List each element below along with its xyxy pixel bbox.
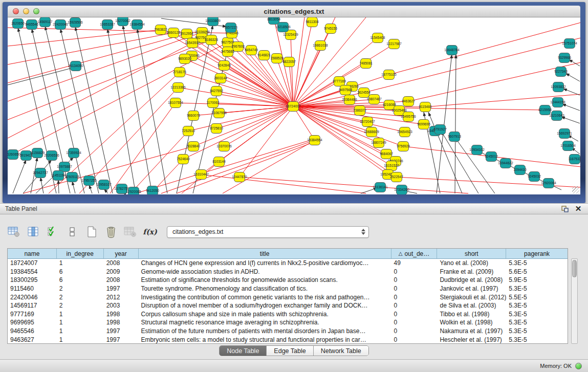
graph-node[interactable]: 12920065 [126, 187, 141, 195]
graph-node[interactable]: 7386372 [353, 106, 366, 116]
column-header-short[interactable]: short [437, 249, 506, 258]
table-cell[interactable]: Genome-wide association studies in ADHD. [139, 268, 391, 275]
table-cell[interactable]: 2008 [104, 276, 139, 283]
graph-node[interactable]: 20206536 [44, 151, 59, 161]
graph-node[interactable]: 16033809 [205, 17, 221, 26]
graph-node[interactable]: 16543912 [185, 38, 200, 48]
graph-node[interactable]: 2803144 [214, 74, 227, 83]
graph-node[interactable]: 15692971 [557, 129, 572, 139]
graph-node[interactable]: 10370076 [216, 142, 232, 151]
table-cell[interactable]: 0 [391, 327, 438, 335]
graph-node[interactable]: 9329966 [558, 53, 571, 63]
table-cell[interactable]: Changes of HCN gene expression and I(f) … [139, 259, 391, 267]
graph-node[interactable]: 6791927 [433, 125, 447, 135]
table-cell[interactable]: de Silva et al. (2003) [437, 302, 506, 309]
tab-node-table[interactable]: Node Table [220, 346, 267, 356]
graph-node[interactable]: 10807487 [366, 95, 382, 104]
graph-node[interactable]: 1588520 [270, 54, 284, 63]
graph-node[interactable]: 15495756 [401, 112, 416, 122]
table-cell[interactable]: Dudbridge et al. (2008) [437, 276, 506, 283]
table-cell[interactable]: 5.3E-5 [506, 285, 568, 292]
table-cell[interactable]: 5.3E-5 [506, 319, 568, 326]
insert-column-button[interactable] [27, 225, 40, 238]
column-header-year[interactable]: year [104, 249, 139, 258]
graph-node[interactable]: 18107554 [168, 98, 183, 108]
graph-node[interactable]: 2718176 [173, 68, 186, 77]
table-cell[interactable]: Tourette syndrome. Phenomenology and cla… [139, 285, 391, 292]
table-cell[interactable]: 6 [57, 268, 104, 275]
table-cell[interactable]: 5.3E-5 [506, 336, 568, 343]
graph-node[interactable]: 9811304 [306, 17, 319, 27]
graph-node[interactable]: 12920064 [541, 179, 556, 188]
graph-node[interactable]: 9245032 [528, 172, 541, 182]
table-cell[interactable]: 2 [57, 294, 104, 301]
table-cell[interactable]: 2 [57, 302, 104, 309]
graph-node[interactable]: 11451194 [51, 171, 66, 181]
table-cell[interactable]: 9115460 [8, 285, 57, 292]
graph-node[interactable]: 9463627 [402, 97, 415, 106]
citation-network-graph[interactable]: 7963822886012889129542222605898275051654… [8, 17, 580, 194]
graph-node[interactable]: 16648784 [444, 46, 460, 55]
close-panel-icon[interactable]: ✕ [574, 205, 583, 213]
table-cell[interactable]: 22420046 [8, 294, 57, 301]
graph-node[interactable]: 10688609 [364, 127, 379, 137]
table-cell[interactable]: 6 [57, 276, 104, 283]
graph-node[interactable]: 19384554 [129, 20, 145, 30]
table-vertical-scrollbar[interactable] [571, 258, 578, 344]
table-row[interactable]: 977716911998Corpus callosum shape and si… [8, 310, 568, 319]
table-cell[interactable]: 5.6E-5 [506, 268, 568, 275]
graph-node[interactable]: 9756928 [397, 142, 410, 151]
resize-grip[interactable] [572, 186, 579, 193]
graph-node[interactable]: 9245012 [485, 152, 498, 162]
table-cell[interactable]: 2012 [104, 294, 139, 301]
graph-node[interactable]: 1170062 [206, 98, 220, 108]
graph-node[interactable]: 8186328 [205, 35, 218, 45]
graph-node[interactable]: 9893020 [178, 54, 191, 64]
table-cell[interactable]: Yano et al. (2008) [437, 259, 506, 267]
table-cell[interactable]: 0 [391, 311, 438, 318]
graph-node[interactable]: 9860076 [187, 111, 200, 121]
graph-node[interactable]: 17359924 [66, 148, 81, 158]
graph-node[interactable]: 19654923 [397, 127, 412, 137]
network-table-selector[interactable]: citations_edges.txt [167, 226, 369, 238]
graph-node[interactable]: 16720407 [360, 117, 375, 127]
graph-node[interactable]: 9777169 [333, 77, 346, 86]
graph-node[interactable]: 15928506 [68, 18, 83, 28]
table-cell[interactable]: 0 [391, 319, 438, 326]
graph-node[interactable]: 9227343 [554, 67, 568, 77]
graph-node[interactable]: 9328840 [187, 142, 200, 151]
table-row[interactable]: 1872400712008Changes of HCN gene express… [8, 259, 568, 268]
delete-table-button[interactable] [124, 225, 137, 238]
table-cell[interactable]: 0 [391, 285, 438, 292]
table-row[interactable]: 946554611997Estimation of the future num… [8, 327, 568, 336]
float-panel-icon[interactable] [560, 205, 570, 213]
table-cell[interactable]: 49 [391, 259, 438, 267]
column-header-name[interactable]: name [8, 249, 57, 258]
table-cell[interactable]: 1 [57, 319, 104, 326]
graph-node[interactable]: 17334260 [394, 185, 409, 195]
graph-node[interactable]: 1094410 [513, 165, 527, 175]
table-cell[interactable]: 5.3E-5 [506, 302, 568, 309]
graph-node[interactable]: 8454749 [245, 46, 258, 55]
graph-node[interactable]: 9497568 [339, 85, 352, 95]
graph-node[interactable]: 9699695 [417, 120, 430, 129]
column-header-in_degree[interactable]: in_degree [57, 249, 104, 258]
table-cell[interactable]: Stergiakouli et al. (2012) [437, 294, 506, 301]
table-cell[interactable]: 1 [57, 336, 104, 343]
graph-node[interactable]: 9745155 [324, 24, 337, 34]
table-row[interactable]: 911546021997Tourette syndrome. Phenomeno… [8, 285, 568, 293]
table-cell[interactable]: 0 [391, 302, 438, 309]
table-cell[interactable]: 1997 [104, 285, 139, 292]
graph-node[interactable]: 7857223 [224, 23, 237, 33]
graph-node[interactable]: 9242848 [217, 61, 231, 71]
table-cell[interactable]: Jankovic et al. (1997) [437, 285, 506, 292]
table-cell[interactable]: 9777169 [8, 311, 57, 318]
network-canvas[interactable]: 7963822886012889129542222605898275051654… [8, 17, 580, 194]
graph-node[interactable]: 19861038 [313, 41, 328, 51]
table-cell[interactable]: Investigating the contribution of common… [139, 294, 391, 301]
scrollbar-thumb[interactable] [572, 260, 577, 277]
tab-network-table[interactable]: Network Table [314, 346, 368, 356]
graph-node[interactable]: 2620650 [11, 19, 25, 29]
table-cell[interactable]: 1 [57, 327, 104, 335]
graph-node[interactable]: 7524640 [177, 155, 190, 164]
